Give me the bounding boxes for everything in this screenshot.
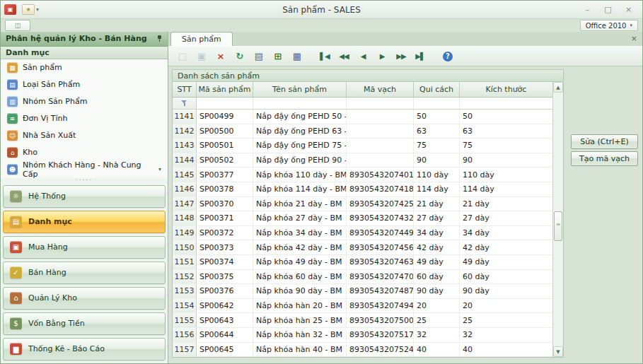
cell-qui-cach[interactable]: 42 dày (414, 240, 460, 254)
cell-ma-vach[interactable]: 8930543207517 (347, 328, 414, 342)
cell-ma-vach[interactable]: 8930543207524 (347, 343, 414, 357)
sidebar-splitter-handle[interactable] (1, 178, 168, 183)
cell-qui-cach[interactable]: 90 (414, 153, 460, 168)
scrollbar-thumb[interactable] (554, 211, 562, 241)
cell-ma-san-pham[interactable]: SP00370 (197, 197, 253, 211)
cell-ma-vach[interactable]: 8930543207494 (347, 299, 414, 313)
sidebar-item[interactable]: ▦ Sản phẩm (1, 59, 168, 76)
table-row[interactable]: 1141 SP00499 Nắp đậy ống PEHD 50 -... 50… (173, 110, 552, 124)
cell-qui-cach[interactable]: 32 (414, 328, 460, 342)
layout-switcher-button[interactable]: ◫ (5, 20, 30, 31)
cell-stt[interactable]: 1141 (173, 110, 197, 124)
cell-kich-thuoc[interactable]: 32 (460, 328, 552, 342)
delete-button[interactable]: × (213, 49, 228, 64)
cell-qui-cach[interactable]: 20 (414, 299, 460, 313)
theme-selector[interactable]: Office 2010 ▾ (580, 20, 638, 31)
cell-stt[interactable]: 1146 (173, 182, 197, 196)
export-excel-button[interactable]: ⊞ (270, 49, 286, 64)
next-page-button[interactable]: ▶▶ (393, 49, 409, 64)
scroll-up-icon[interactable]: ▲ (553, 82, 563, 93)
cell-ma-san-pham[interactable]: SP00371 (197, 211, 253, 225)
module-button[interactable]: ✓ Bán Hàng (3, 262, 166, 284)
refresh-button[interactable]: ↻ (232, 49, 248, 64)
table-row[interactable]: 1142 SP00500 Nắp đậy ống PEHD 63 -... 63… (173, 124, 552, 139)
column-header-kich-thuoc[interactable]: Kích thước (460, 82, 552, 97)
first-record-button[interactable]: ▌◀ (317, 49, 332, 64)
cell-ma-san-pham[interactable]: SP00378 (197, 182, 253, 196)
table-row[interactable]: 1157 SP00645 Nắp khóa hàn 40 - BM 893054… (173, 343, 552, 358)
cell-ten-san-pham[interactable]: Nắp khóa hàn 32 - BM (253, 328, 347, 342)
table-row[interactable]: 1146 SP00378 Nắp khóa 114 dày - BM 89305… (173, 182, 552, 197)
cell-ma-vach[interactable]: 8930543207425 (347, 197, 414, 211)
module-button[interactable]: $ Vốn Bằng Tiền (3, 312, 166, 335)
cell-stt[interactable]: 1145 (173, 168, 197, 182)
cell-ma-san-pham[interactable]: SP00501 (197, 139, 253, 153)
tab-san-pham[interactable]: Sản phẩm (170, 32, 233, 46)
module-button[interactable]: ⌂ Quản Lý Kho (3, 287, 166, 310)
filter-cell-ten-san-pham[interactable] (253, 98, 347, 109)
cell-ten-san-pham[interactable]: Nắp đậy ống PEHD 75 -... (253, 139, 347, 153)
cell-ma-san-pham[interactable]: SP00377 (197, 168, 253, 182)
cell-ten-san-pham[interactable]: Nắp đậy ống PEHD 50 -... (253, 110, 347, 124)
table-row[interactable]: 1149 SP00372 Nắp khóa 34 dày - BM 893054… (173, 226, 552, 241)
cell-ma-vach[interactable]: 8930543207418 (347, 182, 414, 196)
cell-ten-san-pham[interactable]: Nắp khóa 90 dày - BM (253, 284, 347, 298)
cell-ten-san-pham[interactable]: Nắp khóa 27 dày - BM (253, 211, 347, 225)
cell-qui-cach[interactable]: 27 dày (414, 211, 460, 225)
cell-kich-thuoc[interactable]: 49 dày (460, 255, 552, 269)
module-button[interactable]: ▣ Mua Hàng (3, 236, 166, 259)
cell-stt[interactable]: 1151 (173, 255, 197, 269)
cell-ma-san-pham[interactable]: SP00502 (197, 153, 253, 168)
cell-stt[interactable]: 1157 (173, 343, 197, 357)
filter-cell-kich-thuoc[interactable] (460, 98, 552, 109)
cell-ma-san-pham[interactable]: SP00645 (197, 343, 253, 357)
next-record-button[interactable]: ▶ (374, 49, 390, 64)
close-button[interactable]: × (618, 3, 639, 16)
cell-kich-thuoc[interactable]: 90 (460, 153, 552, 168)
cell-ma-vach[interactable]: 8930543207463 (347, 255, 414, 269)
cell-stt[interactable]: 1148 (173, 211, 197, 225)
cell-qui-cach[interactable]: 90 dày (414, 284, 460, 298)
scroll-down-icon[interactable]: ▼ (553, 346, 563, 357)
cell-ma-vach[interactable]: 8930543207432 (347, 211, 414, 225)
edit-button[interactable]: Sửa (Ctrl+E) (571, 134, 638, 149)
cell-kich-thuoc[interactable]: 42 dày (460, 240, 552, 254)
cell-kich-thuoc[interactable]: 40 (460, 343, 552, 357)
maximize-button[interactable]: □ (598, 3, 618, 16)
pin-icon[interactable] (156, 35, 163, 42)
save-button[interactable]: ▣ (194, 49, 209, 64)
cell-ma-san-pham[interactable]: SP00643 (197, 313, 253, 327)
cell-stt[interactable]: 1149 (173, 226, 197, 240)
cell-ma-vach[interactable]: 8930543207401 (347, 168, 414, 182)
cell-qui-cach[interactable]: 21 dày (414, 197, 460, 211)
cell-ten-san-pham[interactable]: Nắp khóa 42 dày - BM (253, 240, 347, 254)
sidebar-item[interactable]: ≡ Đơn Vị Tính (1, 110, 168, 127)
cell-ma-vach[interactable] (347, 124, 414, 139)
prior-page-button[interactable]: ◀◀ (336, 49, 352, 64)
cell-ten-san-pham[interactable]: Nắp khóa hàn 20 - BM (253, 299, 347, 313)
cell-stt[interactable]: 1142 (173, 124, 197, 139)
cell-stt[interactable]: 1150 (173, 240, 197, 254)
cell-kich-thuoc[interactable]: 21 dày (460, 197, 552, 211)
sidebar-item[interactable]: ▥ Nhóm Sản Phẩm (1, 93, 168, 110)
table-row[interactable]: 1152 SP00375 Nắp khóa 60 dày - BM 893054… (173, 270, 552, 285)
tab-close-icon[interactable]: × (631, 35, 637, 42)
cell-kich-thuoc[interactable]: 50 (460, 110, 552, 124)
column-header-ten-san-pham[interactable]: Tên sản phẩm (253, 82, 347, 97)
cell-ten-san-pham[interactable]: Nắp khóa 21 dày - BM (253, 197, 347, 211)
cell-qui-cach[interactable]: 60 dày (414, 270, 460, 284)
sidebar-item[interactable]: ⌂ Kho (1, 144, 168, 161)
column-header-stt[interactable]: STT (173, 82, 197, 97)
cell-kich-thuoc[interactable]: 90 dày (460, 284, 552, 298)
cell-stt[interactable]: 1152 (173, 270, 197, 284)
sidebar-item[interactable]: ▤ Loại Sản Phẩm (1, 76, 168, 93)
table-row[interactable]: 1143 SP00501 Nắp đậy ống PEHD 75 -... 75… (173, 139, 552, 153)
minimize-button[interactable]: – (577, 3, 598, 16)
table-row[interactable]: 1151 SP00374 Nắp khóa 49 dày - BM 893054… (173, 255, 552, 270)
cell-ten-san-pham[interactable]: Nắp khóa 110 dày - BM (253, 168, 347, 182)
cell-ma-san-pham[interactable]: SP00373 (197, 240, 253, 254)
table-row[interactable]: 1153 SP00376 Nắp khóa 90 dày - BM 893054… (173, 284, 552, 299)
help-button[interactable]: ? (440, 49, 456, 64)
cell-ma-san-pham[interactable]: SP00644 (197, 328, 253, 342)
cell-ma-vach[interactable]: 8930543207449 (347, 226, 414, 240)
